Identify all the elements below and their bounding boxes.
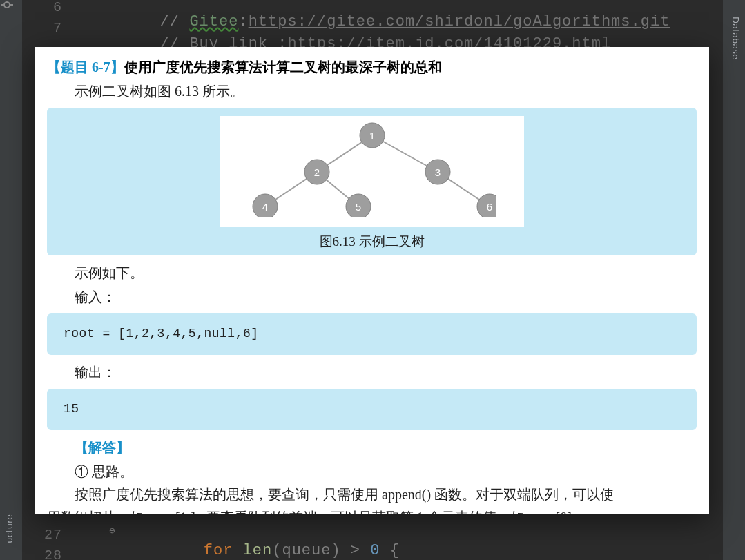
text: 函数。对于双端队列，可以使 xyxy=(431,487,614,502)
solution-para-2: 用数组切片，如 array[1:] ; 要查看队列的前端，可以只获取第 1 个元… xyxy=(47,507,697,514)
gutter-line-6: 6 xyxy=(53,0,62,18)
figure-panel: 1 2 3 4 5 6 图6.13 示例二叉树 xyxy=(47,108,697,255)
gutter-line-27: 27 xyxy=(44,525,62,545)
input-code: root = [1,2,3,4,5,null,6] xyxy=(64,327,259,340)
gutter-line-7: 7 xyxy=(53,18,62,39)
tree-diagram: 1 2 3 4 5 6 xyxy=(220,116,524,227)
caption-intro: 示例二叉树如图 6.13 所示。 xyxy=(47,81,697,102)
svg-point-2 xyxy=(4,2,10,8)
gutter-line-28: 28 xyxy=(44,545,62,560)
solution-para-1: 按照广度优先搜索算法的思想，要查询，只需使用 append() 函数。对于双端队… xyxy=(47,484,697,505)
input-codebox: root = [1,2,3,4,5,null,6] xyxy=(47,313,697,355)
array-head: array[0] xyxy=(528,510,572,514)
tree-node-4: 4 xyxy=(262,201,267,213)
database-tool-label[interactable]: Database xyxy=(731,17,741,59)
quickdoc-popup[interactable]: 【题目 6-7】使用广度优先搜索算法计算二叉树的最深子树的总和 示例二叉树如图 … xyxy=(35,47,709,514)
output-codebox: 15 xyxy=(47,389,697,430)
structure-tool-label[interactable]: ucture xyxy=(4,514,14,543)
text: 按照广度优先搜索算法的思想，要查询，只需使用 xyxy=(75,487,382,502)
text: 用数组切片，如 xyxy=(47,510,147,514)
output-value: 15 xyxy=(64,402,79,416)
problem-title: 【题目 6-7】使用广度优先搜索算法计算二叉树的最深子树的总和 xyxy=(47,57,697,78)
right-tool-strip[interactable]: Database xyxy=(723,0,745,560)
array-slice: array[1:] xyxy=(147,510,195,514)
output-label: 输出： xyxy=(47,362,697,383)
tree-node-2: 2 xyxy=(313,166,319,178)
append-fn: append() xyxy=(382,487,431,502)
tree-node-5: 5 xyxy=(355,201,360,213)
tree-node-1: 1 xyxy=(369,130,374,142)
vcs-commit-icon[interactable] xyxy=(1,0,13,11)
input-label: 输入： xyxy=(47,287,697,308)
tree-node-3: 3 xyxy=(434,166,440,178)
example-label: 示例如下。 xyxy=(47,262,697,284)
code-line-28[interactable]: var sz = len(queue) xyxy=(192,545,418,560)
left-tool-strip[interactable]: ucture xyxy=(0,0,22,560)
figure-caption: 图6.13 示例二叉树 xyxy=(47,231,697,251)
text: 。 xyxy=(572,510,586,514)
problem-tag: 【题目 6-7】 xyxy=(47,59,124,75)
tree-node-6: 6 xyxy=(486,201,492,213)
idea-label: ① 思路。 xyxy=(47,461,697,483)
fold-handle[interactable]: ⊖ xyxy=(109,525,115,537)
text: ; 要查看队列的前端，可以只获取第 1 个元素的值，如 xyxy=(195,510,528,514)
solution-tag: 【解答】 xyxy=(47,437,697,458)
problem-heading: 使用广度优先搜索算法计算二叉树的最深子树的总和 xyxy=(124,59,442,75)
